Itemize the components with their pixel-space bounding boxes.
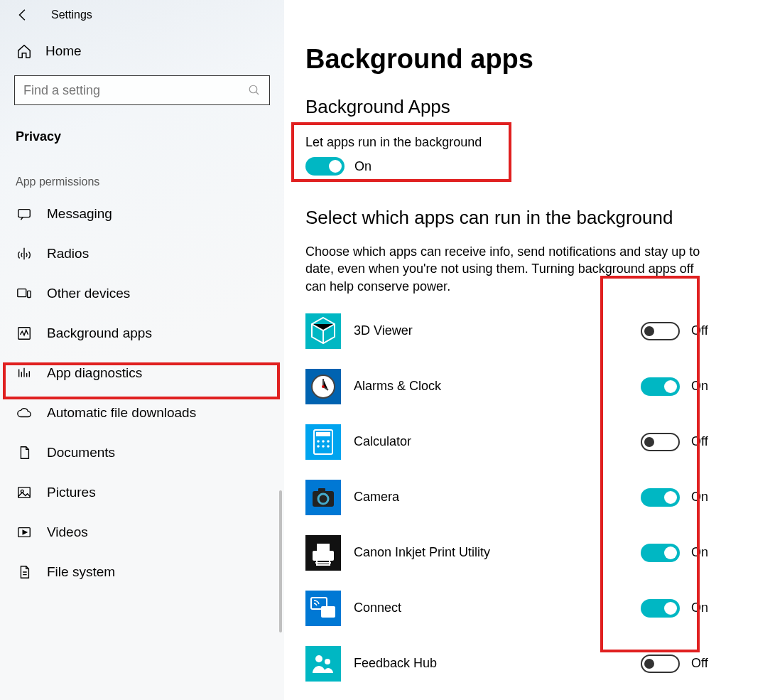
page-title: Background apps [305,44,727,75]
app-icon [305,480,341,515]
nav-item-label: Background apps [47,325,152,341]
svg-point-0 [249,85,257,93]
app-toggle[interactable] [641,599,680,618]
svg-rect-15 [316,432,330,436]
master-toggle[interactable] [305,157,345,176]
app-name: Feedback Hub [354,656,641,671]
svg-rect-2 [18,289,26,297]
svg-point-20 [322,445,325,448]
nav-item-label: Messaging [47,206,112,222]
master-toggle-row: On [305,157,727,176]
category-label: Privacy [0,112,284,151]
svg-rect-4 [18,328,31,340]
nav-item-automatic-file-downloads[interactable]: Automatic file downloads [0,393,284,433]
svg-rect-3 [28,291,31,297]
svg-rect-1 [18,210,31,217]
nav-item-label: Automatic file downloads [47,405,196,421]
app-toggle-state: On [691,601,708,615]
app-icon [305,369,341,404]
back-button[interactable] [16,7,31,23]
nav-list: Messaging Radios Other devices Backgroun… [0,194,284,592]
app-toggle-wrap: On [641,377,727,396]
cloud-icon [16,404,33,421]
app-toggle-state: Off [691,656,708,671]
svg-rect-27 [313,551,334,561]
app-toggle[interactable] [641,544,680,562]
nav-item-label: File system [47,564,115,580]
videos-icon [16,524,33,541]
sidebar: Settings Home Privacy App permissions Me… [0,0,284,700]
svg-point-16 [317,440,320,443]
svg-point-19 [317,445,320,448]
app-row-camera: Camera On [305,480,727,515]
svg-rect-25 [318,488,325,492]
app-toggle-state: Off [691,323,708,338]
home-label: Home [45,43,82,59]
pictures-icon [16,484,33,501]
app-toggle[interactable] [641,655,680,673]
app-toggle[interactable] [641,488,680,507]
app-row-canon-inkjet-print-utility: Canon Inkjet Print Utility On [305,535,727,571]
nav-item-label: Other devices [47,286,130,301]
svg-point-21 [327,445,330,448]
nav-item-file-system[interactable]: File system [0,552,284,592]
app-toggle-state: On [691,379,708,394]
app-toggle[interactable] [641,377,680,396]
nav-item-label: App diagnostics [47,365,142,381]
app-toggle-wrap: Off [641,655,727,673]
svg-point-35 [315,655,322,662]
app-toggle[interactable] [641,433,680,451]
svg-rect-5 [18,488,31,498]
app-row-feedback-hub: Feedback Hub Off [305,646,727,682]
svg-point-12 [322,385,325,388]
app-icon [305,424,341,460]
nav-item-label: Pictures [47,485,96,500]
nav-item-app-diagnostics[interactable]: App diagnostics [0,353,284,393]
app-list: 3D Viewer Off Alarms & Clock On Calculat… [305,313,727,682]
activity-icon [16,325,33,342]
svg-rect-30 [315,562,331,564]
nav-item-radios[interactable]: Radios [0,234,284,274]
app-icon [305,646,341,682]
svg-point-18 [327,440,330,443]
nav-item-messaging[interactable]: Messaging [0,194,284,234]
app-toggle[interactable] [641,322,680,340]
message-icon [16,205,33,222]
app-icon [305,313,341,349]
section1-heading: Background Apps [305,96,727,118]
nav-item-other-devices[interactable]: Other devices [0,274,284,313]
nav-item-pictures[interactable]: Pictures [0,473,284,512]
app-row-connect: Connect On [305,591,727,626]
filesystem-icon [16,564,33,581]
nav-item-videos[interactable]: Videos [0,512,284,552]
svg-rect-28 [317,544,330,551]
master-toggle-label: Let apps run in the background [305,135,727,150]
app-toggle-state: On [691,490,708,505]
app-icon [305,535,341,571]
svg-rect-33 [321,606,335,618]
app-toggle-wrap: On [641,544,727,562]
nav-item-background-apps[interactable]: Background apps [0,313,284,353]
document-icon [16,444,33,461]
scrollbar[interactable] [279,490,282,632]
svg-point-17 [322,440,325,443]
home-nav[interactable]: Home [0,27,284,67]
section2-desc: Choose which apps can receive info, send… [305,243,703,295]
search-box[interactable] [14,75,270,105]
main-content: Background apps Background Apps Let apps… [284,0,770,700]
app-name: Calculator [354,434,641,449]
search-input[interactable] [23,83,248,98]
nav-item-documents[interactable]: Documents [0,433,284,473]
app-toggle-wrap: Off [641,322,727,340]
topbar: Settings [0,0,284,27]
app-name: Connect [354,601,641,615]
svg-point-36 [325,659,330,664]
nav-item-label: Videos [47,524,88,540]
app-toggle-wrap: Off [641,433,727,451]
section2-heading: Select which apps can run in the backgro… [305,207,727,229]
diagnostics-icon [16,365,33,382]
app-toggle-state: On [691,545,708,560]
app-toggle-state: Off [691,434,708,449]
app-row-3d-viewer: 3D Viewer Off [305,313,727,349]
devices-icon [16,285,33,302]
